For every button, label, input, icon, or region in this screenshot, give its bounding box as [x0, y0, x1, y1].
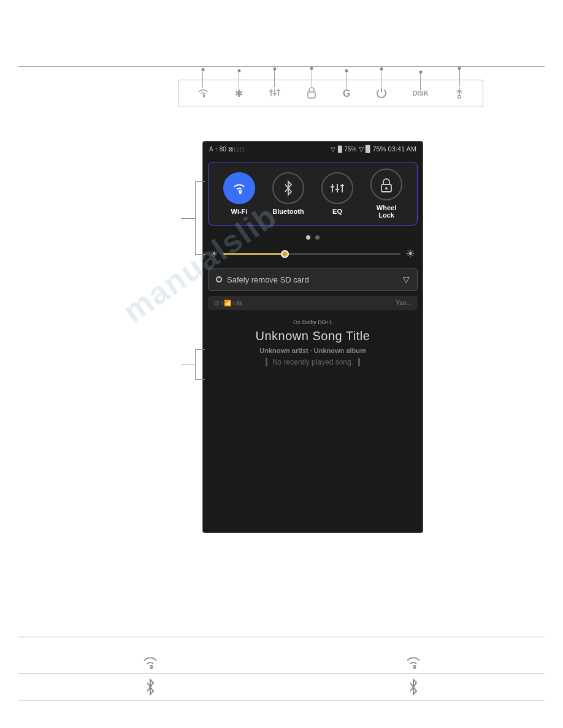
wifi-icon: [196, 88, 210, 99]
dot-line: [239, 72, 239, 89]
slider-fill: [223, 253, 285, 255]
music-format-label: On Dolby DG+1: [293, 319, 332, 325]
status-left: A ↑ 80 ⊠ □ □: [209, 146, 243, 153]
music-no-recent: No recently played song.: [266, 358, 360, 366]
page-dot-2: [315, 235, 320, 240]
music-song-title: Unknown Song Title: [256, 329, 370, 343]
bottom-icons-bluetooth-row: [18, 678, 545, 696]
icon-bar-usb[interactable]: [454, 86, 465, 100]
page-dot-1: [306, 235, 310, 240]
music-no-recent-text: No recently played song.: [272, 358, 353, 366]
icon-bar-google[interactable]: G: [343, 89, 350, 99]
brightness-slider[interactable]: [223, 253, 400, 255]
icon-bar-bluetooth[interactable]: ✱: [235, 89, 243, 99]
bluetooth-toggle-label: Bluetooth: [272, 208, 304, 215]
page-indicator: [203, 230, 423, 245]
eq-toggle-circle[interactable]: [321, 172, 353, 204]
battery-icon: ▉ 75%: [338, 146, 357, 153]
dot-line: [312, 69, 312, 86]
disk-icon: DISK: [412, 90, 428, 97]
bottom-icons-wifi-row: [18, 656, 545, 669]
dot-line: [347, 72, 347, 89]
svg-rect-7: [308, 92, 315, 98]
svg-point-10: [239, 192, 242, 194]
bottom-bluetooth-icon-2: [407, 678, 420, 696]
music-area: On Dolby DG+1 Unknown Song Title Unknown…: [203, 313, 423, 373]
svg-point-0: [203, 96, 205, 97]
eq-toggle-label: EQ: [332, 208, 342, 215]
bottom-bluetooth-icon-1: [144, 678, 157, 696]
notif-right-text: Yao...: [396, 300, 412, 306]
google-icon: G: [343, 89, 350, 99]
quick-toggles-panel: Wi-Fi Bluetooth: [208, 162, 418, 226]
bracket-annotation-sd: [195, 349, 205, 380]
notification-area: ⊡ ↑📶☆⊟ Yao...: [208, 296, 418, 310]
icon-bar-disk[interactable]: DISK: [412, 90, 428, 97]
signal-icon: ▽: [331, 146, 335, 153]
svg-point-20: [413, 667, 416, 669]
usb-icon: [454, 86, 465, 100]
wifi-toggle-circle[interactable]: [223, 172, 255, 204]
music-artist-label: Unknown artist · Unknown album: [259, 347, 366, 354]
toggle-wifi[interactable]: Wi-Fi: [223, 172, 255, 215]
bluetooth-icon: ✱: [235, 89, 243, 99]
bottom-rule-bot: [18, 700, 545, 700]
power-icon: [376, 87, 387, 100]
wheel-lock-toggle-label: WheelLock: [377, 204, 396, 219]
sd-card-left: Safely remove SD card: [216, 275, 309, 284]
icon-bar-lock[interactable]: [306, 86, 317, 100]
bracket-annotation-toggles: [195, 181, 205, 255]
brightness-high-icon: ☀: [405, 247, 415, 260]
icon-bar: ✱ G: [178, 80, 483, 107]
eq-icon: [269, 87, 281, 100]
wifi-toggle-label: Wi-Fi: [231, 208, 248, 215]
icon-bar-wifi[interactable]: [196, 88, 210, 99]
svg-point-18: [385, 188, 388, 190]
svg-point-9: [458, 96, 461, 99]
brightness-low-icon: ☀: [210, 249, 218, 259]
dot-line: [381, 70, 381, 87]
lock-icon: [306, 86, 317, 100]
sd-expand-icon[interactable]: ▽: [403, 275, 410, 284]
status-right: ▽ ▉ 75% ▽ ▉ 75% 03:41 AM: [331, 145, 416, 153]
bottom-rule-top: [18, 637, 545, 637]
toggle-eq[interactable]: EQ: [321, 172, 353, 215]
sd-card-label: Safely remove SD card: [227, 275, 309, 284]
toggle-bluetooth[interactable]: Bluetooth: [272, 172, 304, 215]
sd-circle-icon: [216, 276, 222, 282]
top-divider: [18, 66, 545, 67]
bottom-wifi-icon-1: [141, 656, 159, 669]
bracket-line-toggles: [181, 218, 196, 219]
bracket-line-sd: [181, 365, 196, 365]
bottom-wifi-icon-2: [404, 656, 423, 669]
music-bar-right: [358, 358, 360, 366]
status-text-left: A ↑ 80 ⊠ □ □: [209, 146, 243, 153]
bottom-rule-mid: [18, 673, 545, 674]
slider-thumb[interactable]: [281, 250, 289, 258]
toggle-wheel-lock[interactable]: WheelLock: [370, 169, 402, 219]
bluetooth-toggle-circle[interactable]: [272, 172, 304, 204]
time-display: ▽ ▉ 75% 03:41 AM: [359, 145, 416, 153]
dot-line: [274, 70, 275, 87]
brightness-row: ☀ ☀: [203, 245, 423, 263]
dot-line: [202, 70, 203, 88]
svg-point-19: [150, 667, 153, 669]
music-bar-left: [266, 358, 267, 366]
dot-line: [459, 69, 460, 86]
icon-bar-power[interactable]: [376, 87, 387, 100]
wheel-lock-toggle-circle[interactable]: [370, 169, 402, 200]
dot-line: [420, 73, 421, 90]
status-bar: A ↑ 80 ⊠ □ □ ▽ ▉ 75% ▽ ▉ 75% 03:41 AM: [203, 142, 423, 157]
notif-left-text: ⊡ ↑📶☆⊟: [214, 300, 242, 306]
phone-screen: A ↑ 80 ⊠ □ □ ▽ ▉ 75% ▽ ▉ 75% 03:41 AM Wi…: [202, 141, 423, 533]
icon-bar-eq[interactable]: [269, 87, 281, 100]
sd-card-notification[interactable]: Safely remove SD card ▽: [208, 268, 418, 291]
